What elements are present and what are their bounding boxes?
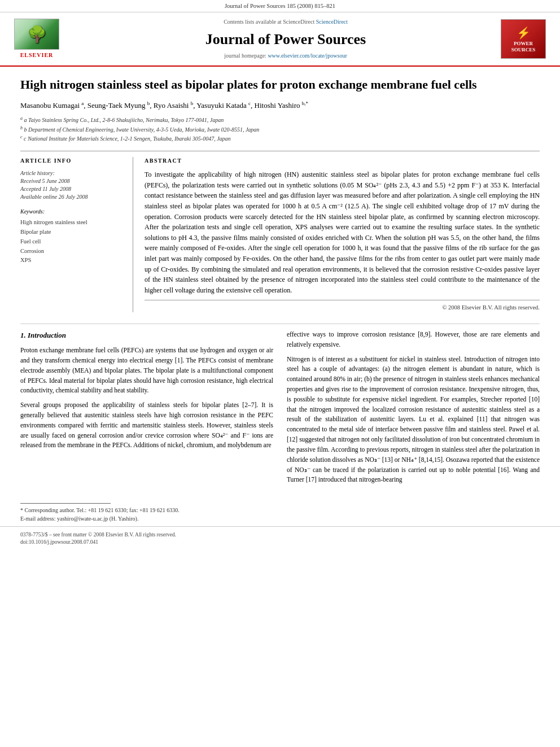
intro-para-2: Several groups proposed the applicabilit… (20, 400, 273, 451)
affiliation-c: c c National Institute for Materials Sci… (20, 134, 540, 143)
keywords-section: Keywords: High nitrogen stainless steel … (20, 208, 124, 265)
contents-line: Contents lists available at ScienceDirec… (73, 18, 498, 26)
footer-issn: 0378-7753/$ – see front matter © 2008 El… (20, 531, 176, 547)
info-abstract-section: ARTICLE INFO Article history: Received 5… (20, 151, 540, 312)
journal-logo-right: ⚡ POWERSOURCES (498, 19, 549, 59)
keyword-4: Corrosion (20, 247, 124, 256)
lightning-icon: ⚡ (517, 25, 531, 41)
keyword-3: Fuel cell (20, 237, 124, 247)
history-label: Article history: (20, 169, 124, 177)
top-bar: Journal of Power Sources 185 (2008) 815–… (0, 0, 560, 12)
homepage-line: journal homepage: www.elsevier.com/locat… (73, 52, 498, 60)
body-left-col: 1. Introduction Proton exchange membrane… (20, 330, 273, 490)
body-section: 1. Introduction Proton exchange membrane… (20, 330, 540, 490)
section-divider (20, 324, 540, 324)
affiliations: a a Taiyo Stainless Spring Co., Ltd., 2-… (20, 115, 540, 143)
footnote-area: * Corresponding author. Tel.: +81 19 621… (0, 501, 560, 526)
intro-para-1: Proton exchange membrane fuel cells (PEF… (20, 346, 273, 396)
keywords-label: Keywords: (20, 208, 124, 216)
copyright-line: © 2008 Elsevier B.V. All rights reserved… (145, 300, 540, 312)
right-para-2: Nitrogen is of interest as a substituent… (287, 355, 540, 486)
footer-area: 0378-7753/$ – see front matter © 2008 El… (0, 526, 560, 550)
article-title: High nitrogen stainless steel as bipolar… (20, 77, 540, 93)
journal-header: 🌳 ELSEVIER Contents lists available at S… (0, 12, 560, 67)
article-content: High nitrogen stainless steel as bipolar… (0, 67, 560, 501)
right-para-1: effective ways to improve corrosion resi… (287, 330, 540, 350)
received-date: Received 5 June 2008 (20, 177, 124, 185)
doi-line: doi:10.1016/j.jpowsour.2008.07.041 (20, 539, 176, 546)
footnote-text: * Corresponding author. Tel.: +81 19 621… (20, 506, 540, 523)
affiliation-a: a a Taiyo Stainless Spring Co., Ltd., 2-… (20, 115, 540, 124)
elsevier-logo: 🌳 ELSEVIER (11, 19, 62, 59)
footnote-email-label: E-mail address: (20, 516, 55, 522)
homepage-url[interactable]: www.elsevier.com/locate/jpowsour (268, 53, 347, 59)
keyword-5: XPS (20, 256, 124, 265)
footnote-star-line: * Corresponding author. Tel.: +81 19 621… (20, 507, 180, 513)
elsevier-logo-box: 🌳 (14, 19, 59, 50)
author-1: Masanobu Kumagai a, Seung-Taek Myung b, … (20, 101, 308, 110)
journal-citation: Journal of Power Sources 185 (2008) 815–… (225, 3, 335, 9)
journal-logo-box: ⚡ POWERSOURCES (501, 19, 546, 59)
article-history: Article history: Received 5 June 2008 Ac… (20, 169, 124, 201)
body-right-col: effective ways to improve corrosion resi… (287, 330, 540, 490)
elsevier-tree-icon: 🌳 (27, 23, 47, 45)
footnote-rule (20, 503, 111, 504)
abstract-paragraph: To investigate the applicability of high… (145, 169, 540, 295)
section1-title: 1. Introduction (20, 330, 273, 341)
accepted-date: Accepted 11 July 2008 (20, 185, 124, 193)
affiliation-b: b b Department of Chemical Engineering, … (20, 125, 540, 134)
keyword-2: Bipolar plate (20, 228, 124, 237)
power-sources-logo-text: POWERSOURCES (511, 41, 536, 53)
abstract-header: ABSTRACT (145, 157, 540, 165)
abstract-text: To investigate the applicability of high… (145, 169, 540, 295)
issn-line: 0378-7753/$ – see front matter © 2008 El… (20, 531, 176, 539)
footnote-email: yashiro@iwate-u.ac.jp (H. Yashiro). (57, 516, 138, 522)
abstract-col: ABSTRACT To investigate the applicabilit… (145, 157, 540, 312)
sciencedirect-link[interactable]: ScienceDirect (316, 19, 348, 25)
journal-title: Journal of Power Sources (73, 29, 498, 50)
authors-line: Masanobu Kumagai a, Seung-Taek Myung b, … (20, 100, 540, 111)
available-date: Available online 26 July 2008 (20, 193, 124, 201)
keyword-1: High nitrogen stainless steel (20, 218, 124, 228)
article-info-header: ARTICLE INFO (20, 157, 124, 165)
journal-center: Contents lists available at ScienceDirec… (73, 18, 498, 60)
article-info-col: ARTICLE INFO Article history: Received 5… (20, 157, 133, 312)
elsevier-name: ELSEVIER (20, 51, 54, 59)
